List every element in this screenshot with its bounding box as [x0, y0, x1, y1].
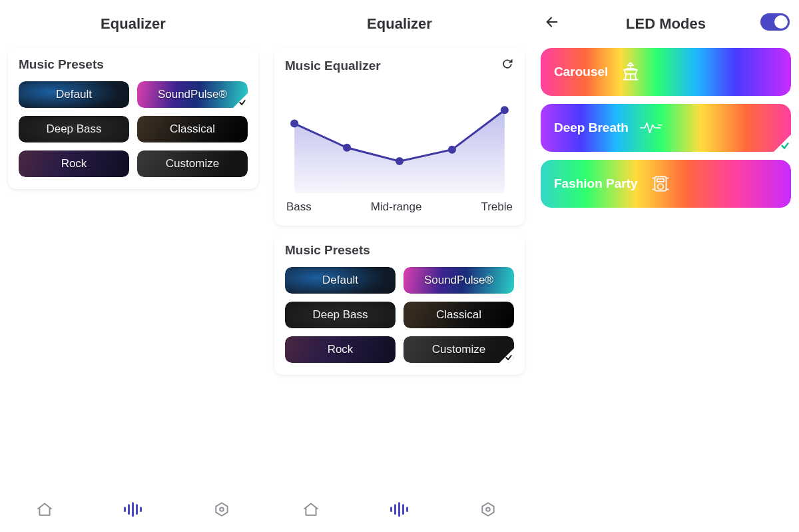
equalizer-curve[interactable]: Bass Mid-range Treble: [285, 83, 514, 214]
eq-axis-label-mid: Mid-range: [371, 200, 422, 214]
preset-label: SoundPulse®: [424, 274, 493, 287]
led-mode-label: Deep Breath: [554, 121, 629, 135]
svg-point-5: [396, 157, 403, 165]
bottom-nav: [0, 496, 266, 523]
music-presets-heading: Music Presets: [19, 57, 104, 72]
preset-deepbass[interactable]: Deep Bass: [285, 302, 396, 328]
svg-point-6: [448, 146, 456, 154]
selected-check-icon: [233, 93, 248, 108]
eq-axis-label-treble: Treble: [481, 200, 513, 214]
equalizer-title: Equalizer: [101, 15, 166, 33]
back-button[interactable]: [545, 15, 559, 33]
led-mode-deepbreath[interactable]: Deep Breath: [541, 104, 791, 152]
svg-point-9: [486, 507, 490, 511]
preset-label: Customize: [166, 157, 219, 170]
preset-label: Default: [322, 274, 358, 287]
led-modes-title: LED Modes: [626, 15, 706, 33]
preset-rock[interactable]: Rock: [19, 150, 129, 177]
svg-point-21: [657, 184, 663, 190]
preset-default[interactable]: Default: [285, 267, 396, 294]
svg-point-1: [220, 507, 224, 511]
speaker-icon: [649, 172, 672, 196]
preset-classical[interactable]: Classical: [137, 116, 248, 142]
music-presets-card: Music Presets Default SoundPulse® Deep B…: [274, 234, 525, 375]
preset-deepbass[interactable]: Deep Bass: [19, 116, 129, 142]
led-mode-label: Carousel: [554, 65, 608, 79]
selected-check-icon: [499, 348, 514, 363]
pulse-icon: [639, 116, 663, 140]
nav-home-icon[interactable]: [302, 501, 320, 518]
preset-label: Default: [56, 88, 92, 101]
music-equalizer-card: Music Equalizer: [274, 48, 525, 226]
svg-rect-20: [657, 179, 664, 182]
svg-line-14: [635, 74, 637, 80]
preset-classical[interactable]: Classical: [403, 302, 514, 328]
music-presets-heading: Music Presets: [285, 243, 370, 258]
nav-equalizer-icon[interactable]: [125, 501, 142, 518]
music-equalizer-heading: Music Equalizer: [285, 59, 381, 73]
preset-rock[interactable]: Rock: [285, 336, 396, 363]
arrow-left-icon: [545, 15, 559, 29]
svg-point-4: [343, 144, 351, 152]
equalizer-title: Equalizer: [367, 15, 432, 33]
preset-label: Rock: [328, 343, 354, 356]
preset-label: Deep Bass: [312, 308, 368, 322]
nav-home-icon[interactable]: [36, 501, 53, 518]
preset-soundpulse[interactable]: SoundPulse®: [137, 81, 248, 108]
preset-customize[interactable]: Customize: [137, 150, 248, 177]
music-presets-card: Music Presets Default SoundPulse® Deep B…: [8, 48, 258, 189]
preset-default[interactable]: Default: [19, 81, 129, 108]
selected-check-icon: [774, 134, 791, 152]
led-mode-carousel[interactable]: Carousel: [541, 48, 791, 96]
svg-marker-8: [483, 503, 494, 516]
preset-label: Deep Bass: [46, 123, 101, 136]
eq-axis-label-bass: Bass: [286, 200, 312, 214]
toggle-on-icon: [760, 13, 790, 31]
preset-label: SoundPulse®: [158, 88, 227, 101]
preset-label: Customize: [432, 343, 485, 356]
carousel-icon: [619, 60, 643, 84]
svg-point-7: [501, 106, 509, 114]
nav-settings-icon[interactable]: [213, 501, 230, 518]
led-mode-label: Fashion Party: [554, 176, 638, 191]
svg-point-3: [290, 120, 298, 128]
reset-icon[interactable]: [501, 57, 514, 74]
bottom-nav: [266, 496, 533, 523]
preset-label: Classical: [436, 308, 481, 322]
svg-line-13: [625, 74, 627, 80]
nav-equalizer-icon[interactable]: [391, 501, 408, 518]
preset-customize[interactable]: Customize: [403, 336, 514, 363]
preset-label: Rock: [61, 157, 87, 170]
nav-settings-icon[interactable]: [479, 501, 497, 518]
preset-soundpulse[interactable]: SoundPulse®: [403, 267, 514, 294]
led-mode-fashionparty[interactable]: Fashion Party: [541, 160, 791, 208]
svg-marker-0: [216, 503, 228, 516]
led-master-toggle[interactable]: [760, 13, 790, 35]
preset-label: Classical: [170, 123, 215, 136]
